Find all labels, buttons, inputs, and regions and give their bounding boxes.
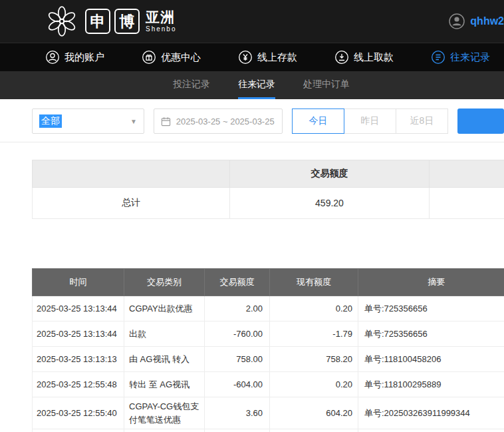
summary-header-empty-2 (430, 160, 504, 188)
quick-range-group: 今日 昨日 近8日 (292, 108, 448, 134)
cell-time: 2025-03-25 13:13:13 (33, 347, 124, 372)
nav-item-deposit[interactable]: 线上存款 (238, 50, 297, 65)
cell-summary: 单号:202503263911999344 (358, 397, 504, 429)
summary-empty-cell (430, 188, 504, 219)
main-nav: 我的账户 优惠中心 线上存款 线上取款 往来记录 (0, 43, 504, 71)
summary-header-row: 交易额度 (33, 160, 504, 188)
cell-type: 转出 至 AG视讯 (124, 372, 205, 397)
cell-summary: 单号:725356656 (358, 322, 504, 347)
sub-nav: 投注记录 往来记录 处理中订单 (0, 71, 504, 99)
col-header-balance: 现有额度 (270, 269, 358, 296)
records-table: 时间 交易类别 交易额度 现有额度 摘要 2025-03-25 13:13:44… (32, 268, 504, 432)
tab-transaction-records[interactable]: 往来记录 (238, 71, 275, 99)
col-header-summary: 摘要 (358, 269, 504, 296)
last8days-button[interactable]: 近8日 (396, 108, 448, 134)
deposit-icon (238, 50, 253, 65)
cell-balance: 758.20 (270, 347, 358, 372)
cell-time: 2025-03-25 12:55:48 (33, 372, 124, 397)
page: 申 博 亚洲 Shenbo qhhw2 我的账户 (0, 0, 504, 432)
cell-amount: 2.00 (205, 296, 270, 322)
nav-item-my-account[interactable]: 我的账户 (45, 50, 104, 65)
cell-summary: 单号:118100458206 (358, 347, 504, 372)
records-icon (431, 50, 445, 65)
summary-table: 交易额度 总计 459.20 (32, 160, 504, 219)
withdraw-icon (334, 50, 349, 65)
summary-total-label: 总计 (33, 188, 230, 219)
cell-amount: -604.00 (205, 372, 270, 397)
table-row: 2025-03-25 13:13:44CGPAY出款优惠2.000.20单号:7… (33, 296, 504, 322)
date-range-input[interactable]: 2025-03-25 ~ 2025-03-25 (154, 108, 283, 134)
query-button[interactable] (457, 108, 504, 134)
cell-time: 2025-03-25 12:55:40 (33, 429, 124, 432)
summary-header-label: 交易额度 (230, 160, 430, 188)
nav-item-label: 我的账户 (64, 51, 104, 64)
type-select[interactable]: 全部 ▼ (32, 108, 144, 134)
tab-bet-records[interactable]: 投注记录 (173, 71, 210, 99)
summary-header-empty (33, 160, 230, 188)
nav-item-label: 往来记录 (450, 51, 490, 64)
account-icon (45, 50, 60, 65)
records-table-body: 2025-03-25 13:13:44CGPAY出款优惠2.000.20单号:7… (33, 296, 504, 432)
brand-char-1: 申 (85, 9, 110, 34)
brand-char-2: 博 (114, 9, 140, 34)
cell-type: CGPAY支付 (124, 429, 205, 432)
cell-amount: 758.00 (205, 347, 270, 372)
nav-item-label: 线上取款 (354, 51, 394, 64)
user-avatar-icon (448, 13, 465, 30)
col-header-time: 时间 (33, 269, 124, 296)
username[interactable]: qhhw2 (470, 15, 504, 27)
chevron-down-icon: ▼ (130, 118, 137, 125)
table-row: 2025-03-25 12:55:48转出 至 AG视讯-604.000.20单… (33, 372, 504, 397)
summary-total-row: 总计 459.20 (33, 188, 504, 219)
tab-processing-orders[interactable]: 处理中订单 (303, 71, 350, 99)
yesterday-button[interactable]: 昨日 (344, 108, 396, 134)
cell-summary: 单号:118100295889 (358, 372, 504, 397)
cell-time: 2025-03-25 13:13:44 (33, 322, 124, 347)
cell-amount: 600.00 (205, 429, 270, 432)
promo-icon (142, 50, 156, 65)
cell-balance: 0.20 (270, 296, 358, 322)
nav-item-label: 优惠中心 (161, 51, 201, 64)
records-header-row: 时间 交易类别 交易额度 现有额度 摘要 (33, 269, 504, 296)
cell-balance: 600.60 (270, 429, 358, 432)
cell-type: 由 AG视讯 转入 (124, 347, 205, 372)
today-button[interactable]: 今日 (292, 108, 344, 134)
nav-item-label: 线上存款 (257, 51, 297, 64)
nav-item-promotions[interactable]: 优惠中心 (142, 50, 201, 65)
cell-time: 2025-03-25 13:13:44 (33, 296, 124, 322)
table-row: 2025-03-25 13:13:13由 AG视讯 转入758.00758.20… (33, 347, 504, 372)
col-header-amount: 交易额度 (205, 269, 270, 296)
table-row: 2025-03-25 12:55:40CGPAY-CG钱包支付笔笔送优惠3.60… (33, 397, 504, 429)
cell-balance: -1.79 (270, 322, 358, 347)
brand-region: 亚洲 (146, 10, 176, 24)
col-header-type: 交易类别 (124, 269, 205, 296)
brand-wordmark: 亚洲 Shenbo (146, 10, 176, 33)
brand-name-en: Shenbo (146, 26, 176, 33)
top-bar: 申 博 亚洲 Shenbo qhhw2 (0, 0, 504, 43)
cell-type: CGPAY出款优惠 (124, 296, 205, 322)
nav-item-withdraw[interactable]: 线上取款 (334, 50, 394, 65)
summary-total-value: 459.20 (230, 188, 430, 219)
type-select-value: 全部 (39, 114, 62, 128)
cell-summary: 单号:202503263911999344 (358, 429, 504, 432)
date-range-value: 2025-03-25 ~ 2025-03-25 (176, 116, 275, 126)
user-account-area[interactable]: qhhw2 (448, 13, 504, 30)
section-divider (0, 142, 504, 142)
table-row: 2025-03-25 13:13:44出款-760.00-1.79单号:7253… (33, 322, 504, 347)
cell-time: 2025-03-25 12:55:40 (33, 397, 124, 429)
calendar-icon (161, 116, 171, 126)
cell-amount: -760.00 (205, 322, 270, 347)
nav-item-records[interactable]: 往来记录 (431, 50, 490, 65)
table-row: 2025-03-25 12:55:40CGPAY支付600.00600.60单号… (33, 429, 504, 432)
cell-balance: 604.20 (270, 397, 358, 429)
cell-type: 出款 (124, 322, 205, 347)
cell-balance: 0.20 (270, 372, 358, 397)
filter-row: 全部 ▼ 2025-03-25 ~ 2025-03-25 今日 昨日 近8日 (32, 108, 504, 134)
cell-amount: 3.60 (205, 397, 270, 429)
cell-type: CGPAY-CG钱包支付笔笔送优惠 (124, 397, 205, 429)
logo-flower-icon (45, 5, 78, 38)
records-table-head: 时间 交易类别 交易额度 现有额度 摘要 (33, 269, 504, 296)
cell-summary: 单号:725356656 (358, 296, 504, 322)
